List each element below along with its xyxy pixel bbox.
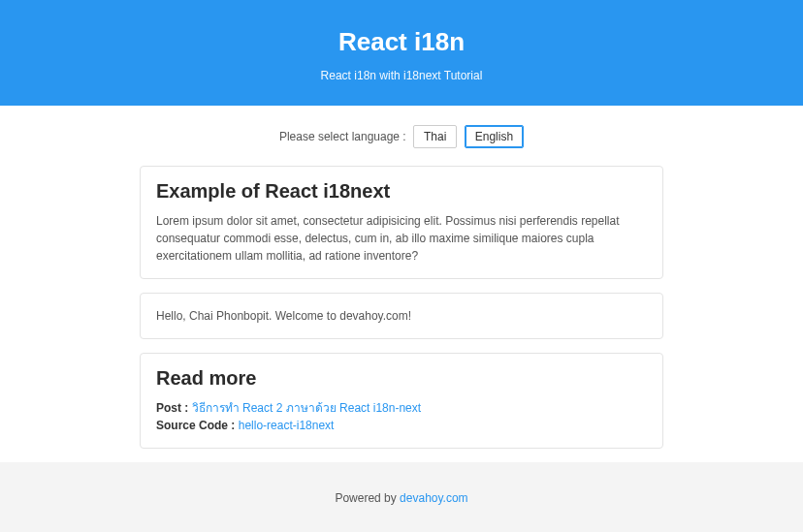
readmore-card: Read more Post : วิธีการทำ React 2 ภาษาด…	[140, 353, 663, 449]
readmore-source-row: Source Code : hello-react-i18next	[156, 417, 647, 434]
readmore-post-row: Post : วิธีการทำ React 2 ภาษาด้วย React …	[156, 399, 647, 417]
language-selector: Please select language : Thai English	[140, 125, 663, 148]
language-button-english[interactable]: English	[465, 125, 524, 148]
main-content: Please select language : Thai English Ex…	[140, 106, 663, 462]
readmore-post-link[interactable]: วิธีการทำ React 2 ภาษาด้วย React i18n-ne…	[192, 401, 421, 415]
page-title: React i18n	[0, 27, 803, 57]
greeting-text: Hello, Chai Phonbopit. Welcome to devaho…	[156, 307, 647, 325]
example-card: Example of React i18next Lorem ipsum dol…	[140, 166, 663, 279]
footer-text: Powered by	[335, 491, 400, 505]
page-header: React i18n React i18n with i18next Tutor…	[0, 0, 803, 106]
example-body: Lorem ipsum dolor sit amet, consectetur …	[156, 212, 647, 265]
footer-link[interactable]: devahoy.com	[400, 491, 467, 505]
readmore-source-link[interactable]: hello-react-i18next	[239, 419, 335, 432]
language-prompt: Please select language :	[279, 130, 406, 143]
readmore-title: Read more	[156, 367, 647, 390]
greeting-card: Hello, Chai Phonbopit. Welcome to devaho…	[140, 293, 663, 339]
readmore-post-label: Post :	[156, 401, 188, 415]
language-button-thai[interactable]: Thai	[413, 125, 457, 148]
page-subtitle: React i18n with i18next Tutorial	[0, 69, 803, 82]
readmore-source-label: Source Code :	[156, 419, 235, 432]
page-footer: Powered by devahoy.com	[0, 462, 803, 532]
example-title: Example of React i18next	[156, 180, 647, 203]
